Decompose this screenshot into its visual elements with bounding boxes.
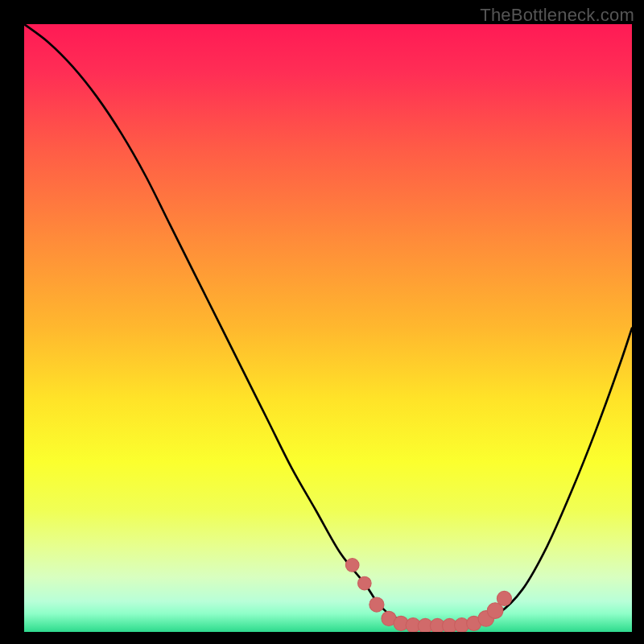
chart-svg: [24, 24, 632, 632]
optimal-range-markers: [345, 559, 511, 632]
marker-dot: [369, 597, 384, 612]
marker-dot: [345, 559, 359, 572]
marker-dot: [357, 576, 371, 590]
chart-frame: TheBottleneck.com: [0, 0, 644, 644]
bottleneck-curve: [24, 24, 632, 626]
marker-dot: [497, 591, 511, 605]
plot-area: [24, 24, 632, 632]
watermark-text: TheBottleneck.com: [480, 5, 634, 26]
